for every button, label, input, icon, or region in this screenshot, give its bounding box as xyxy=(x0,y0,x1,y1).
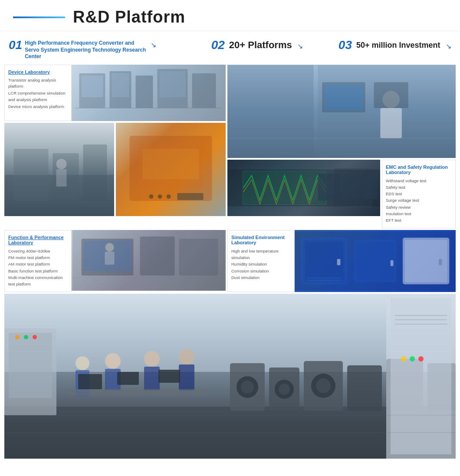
svg-point-62 xyxy=(33,335,37,339)
svg-rect-10 xyxy=(14,149,49,201)
right-panel: EMC and Safety Regulation Laboratory Wit… xyxy=(227,65,456,228)
device-lab-block: Device Laboratory Transistor analog anal… xyxy=(4,65,226,121)
page-title: R&D Platform xyxy=(73,8,185,26)
svg-point-61 xyxy=(24,335,28,339)
page-header: R&D Platform xyxy=(0,0,460,31)
svg-point-94 xyxy=(410,356,415,361)
device-lab-item-0: Transistor analog analysis platform xyxy=(8,77,68,90)
svg-rect-28 xyxy=(324,84,363,110)
svg-point-65 xyxy=(144,351,160,367)
svg-point-60 xyxy=(15,335,20,339)
factory-large-image xyxy=(4,294,456,459)
svg-point-93 xyxy=(401,356,406,361)
svg-rect-78 xyxy=(347,365,382,411)
svg-point-69 xyxy=(76,356,89,370)
sim-lab-image xyxy=(295,230,456,292)
func-lab-item-3: Basic function test platform xyxy=(8,268,68,274)
svg-rect-50 xyxy=(391,260,394,266)
badge-03-number: 03 xyxy=(338,39,352,51)
svg-rect-73 xyxy=(117,372,139,385)
svg-point-19 xyxy=(158,194,162,199)
device-lab-image xyxy=(72,65,226,121)
func-lab-image xyxy=(72,230,226,291)
badge-03: 03 50+ million Investment ↘ xyxy=(338,39,451,51)
svg-rect-34 xyxy=(362,172,378,199)
svg-point-40 xyxy=(105,243,114,252)
left-bottom-images xyxy=(4,123,226,216)
sim-lab-title: Simulated Environment Laboratory xyxy=(231,235,291,245)
middle-row: Function & Performance Laboratory Coveri… xyxy=(4,230,456,292)
emc-item-3: Surge voltage test xyxy=(386,197,452,204)
svg-point-87 xyxy=(316,378,331,393)
emc-lab-text-panel: EMC and Safety Regulation Laboratory Wit… xyxy=(382,160,456,228)
svg-rect-59 xyxy=(9,333,52,398)
func-lab-title: Function & Performance Laboratory xyxy=(8,235,68,245)
svg-rect-72 xyxy=(78,374,102,389)
device-lab-title: Device Laboratory xyxy=(8,69,68,75)
oscilloscope-image xyxy=(227,160,380,216)
svg-point-67 xyxy=(179,349,194,364)
svg-point-83 xyxy=(241,381,254,394)
svg-rect-68 xyxy=(179,364,194,391)
badge-01-arrow: ↘ xyxy=(151,41,156,49)
svg-rect-66 xyxy=(144,367,160,391)
sim-lab-block: Simulated Environment Laboratory High an… xyxy=(227,230,456,292)
machine-image-right xyxy=(116,123,226,216)
badge-02-arrow: ↘ xyxy=(297,42,303,50)
device-lab-item-1: LCR comprehensive simulation and analysi… xyxy=(8,90,68,103)
lab-worker-image xyxy=(227,65,456,158)
badge-03-text: 50+ million Investment xyxy=(356,41,440,50)
svg-rect-1 xyxy=(82,76,103,97)
device-lab-text-panel: Device Laboratory Transistor analog anal… xyxy=(4,65,72,121)
right-bottom-area: EMC and Safety Regulation Laboratory Wit… xyxy=(227,160,456,228)
svg-rect-7 xyxy=(192,73,216,108)
emc-item-2: EDS test xyxy=(386,190,452,197)
emc-item-1: Safety test xyxy=(386,184,452,190)
svg-rect-21 xyxy=(177,193,204,200)
badge-02: 02 20+ Platforms ↘ xyxy=(211,39,324,51)
svg-point-95 xyxy=(418,356,424,361)
svg-rect-32 xyxy=(318,174,341,200)
svg-rect-6 xyxy=(160,71,186,97)
badge-02-text: 20+ Platforms xyxy=(229,39,292,51)
device-lab-item-2: Device micro analysis platform xyxy=(8,104,68,110)
emc-item-5: Insulation test xyxy=(386,210,452,217)
sim-lab-item-1: Humidity simulation xyxy=(231,261,291,267)
svg-rect-14 xyxy=(56,169,67,187)
badge-01: 01 High Performance Frequency Converter … xyxy=(9,39,197,60)
svg-rect-3 xyxy=(112,73,129,97)
svg-rect-41 xyxy=(105,252,115,265)
header-accent-line xyxy=(13,16,65,18)
svg-rect-39 xyxy=(179,239,218,276)
sim-lab-text-panel: Simulated Environment Laboratory High an… xyxy=(227,230,295,292)
emc-item-6: EFT test xyxy=(386,217,452,223)
badge-01-number: 01 xyxy=(9,39,22,51)
badge-02-number: 02 xyxy=(211,39,225,51)
sim-lab-item-3: Dust simulation xyxy=(231,274,291,281)
svg-point-85 xyxy=(279,384,290,395)
svg-rect-4 xyxy=(136,76,153,108)
svg-rect-29 xyxy=(374,82,408,108)
svg-rect-47 xyxy=(337,259,341,266)
func-lab-item-0: Covering 400w~630kw xyxy=(8,248,68,254)
svg-rect-89 xyxy=(391,298,451,454)
sim-lab-item-0: High and low temperature simulation xyxy=(231,248,291,261)
func-lab-text-panel: Function & Performance Laboratory Coveri… xyxy=(4,230,72,292)
svg-rect-12 xyxy=(83,144,107,201)
emc-item-0: Withstand voltage test xyxy=(386,177,452,184)
section-badges-bar: 01 High Performance Frequency Converter … xyxy=(0,31,460,65)
svg-rect-49 xyxy=(356,242,394,280)
func-lab-item-1: PM motor test platform xyxy=(8,254,68,261)
badge-03-arrow: ↘ xyxy=(446,42,451,50)
func-lab-block: Function & Performance Laboratory Coveri… xyxy=(4,230,226,292)
badge-01-text: High Performance Frequency Converter and… xyxy=(25,39,146,60)
top-row: Device Laboratory Transistor analog anal… xyxy=(4,65,456,228)
svg-point-18 xyxy=(149,194,154,199)
svg-rect-38 xyxy=(140,236,175,276)
svg-rect-26 xyxy=(380,108,402,138)
emc-lab-title: EMC and Safety Regulation Laboratory xyxy=(386,164,452,175)
svg-rect-53 xyxy=(439,259,442,266)
main-content-grid: Device Laboratory Transistor analog anal… xyxy=(0,65,460,459)
emc-item-4: Safety review xyxy=(386,204,452,210)
svg-rect-74 xyxy=(158,370,180,383)
